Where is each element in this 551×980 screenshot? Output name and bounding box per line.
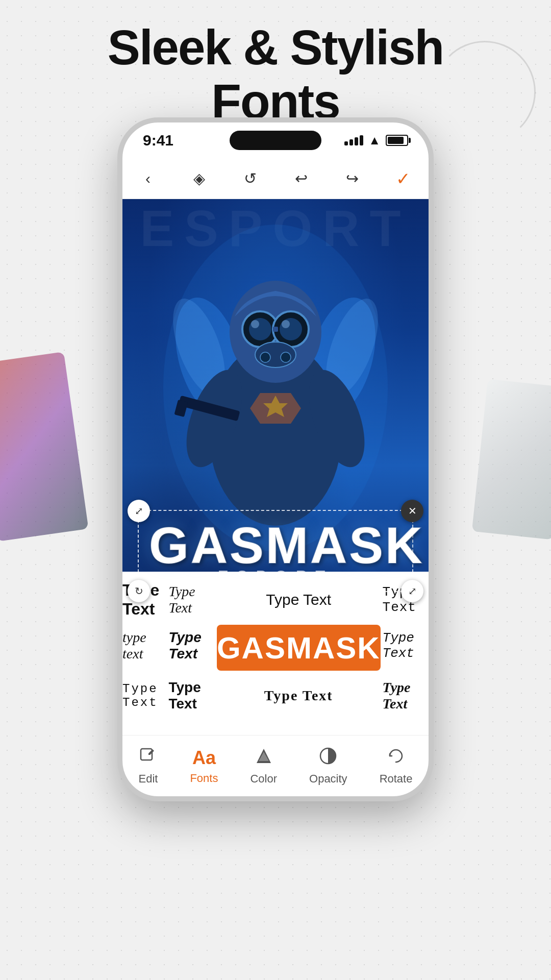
- undo-button[interactable]: ↩: [287, 164, 315, 193]
- phone-inner: 9:41 ▲ ‹ ◈ ↺ ↩ ↪ ✓: [122, 122, 429, 796]
- resize-handle[interactable]: ⤢: [401, 580, 423, 602]
- fonts-grid: Type Text Type Text Type Text Type Text …: [122, 572, 429, 724]
- signal-icon: [344, 135, 363, 145]
- color-icon: [255, 747, 273, 769]
- wifi-icon: ▲: [368, 133, 381, 148]
- svg-point-17: [282, 320, 290, 328]
- layers-button[interactable]: ◈: [185, 164, 213, 193]
- dynamic-island: [230, 131, 321, 150]
- font-item-10[interactable]: Type Text: [168, 673, 214, 719]
- bottom-nav: Edit Aa Fonts Color: [122, 735, 429, 796]
- toolbar: ‹ ◈ ↺ ↩ ↪ ✓: [122, 158, 429, 199]
- svg-rect-18: [273, 327, 278, 332]
- nav-edit[interactable]: Edit: [139, 747, 158, 786]
- svg-point-21: [281, 352, 291, 362]
- fonts-icon: Aa: [192, 747, 216, 769]
- fonts-panel: Type Text Type Text Type Text Type Text …: [122, 572, 429, 735]
- font-item-7[interactable]: GASMASK: [217, 625, 381, 671]
- nav-edit-label: Edit: [139, 772, 158, 786]
- back-button[interactable]: ‹: [134, 164, 162, 193]
- canvas-text-element[interactable]: ⤢ ✕ ↻ ⤢ GASMASK ESPORT: [138, 510, 413, 592]
- nav-rotate-label: Rotate: [380, 772, 413, 786]
- svg-point-20: [260, 352, 270, 362]
- font-item-5[interactable]: type text: [122, 623, 168, 669]
- rotate-icon: [387, 747, 405, 769]
- canvas-area: GASMASK ESPORT: [122, 199, 429, 643]
- page-title: Sleek & Stylish Fonts: [0, 20, 551, 128]
- edit-icon: [139, 747, 157, 769]
- font-item-9[interactable]: Type Text: [122, 673, 168, 719]
- nav-opacity-label: Opacity: [309, 772, 347, 786]
- nav-rotate[interactable]: Rotate: [380, 747, 413, 786]
- svg-point-16: [251, 320, 259, 328]
- confirm-button[interactable]: ✓: [389, 164, 417, 193]
- selection-box: ⤢ ✕ ↻ ⤢ GASMASK ESPORT: [138, 510, 413, 592]
- close-handle[interactable]: ✕: [401, 500, 423, 522]
- nav-fonts-label: Fonts: [190, 772, 218, 785]
- canvas-main-text: GASMASK: [149, 516, 402, 575]
- redo-button[interactable]: ↪: [338, 164, 366, 193]
- status-time: 9:41: [143, 132, 173, 149]
- nav-color[interactable]: Color: [250, 747, 277, 786]
- font-item-11[interactable]: Type Text: [215, 673, 383, 719]
- opacity-icon: [319, 747, 337, 769]
- nav-color-label: Color: [250, 772, 277, 786]
- font-item-8[interactable]: Type Text: [383, 623, 429, 669]
- font-item-12[interactable]: Type Text: [383, 673, 429, 719]
- heading-area: Sleek & Stylish Fonts: [0, 20, 551, 128]
- nav-fonts[interactable]: Aa Fonts: [190, 747, 218, 785]
- font-item-6[interactable]: Type Text: [168, 623, 214, 669]
- refresh-button[interactable]: ↺: [236, 164, 264, 193]
- battery-icon: [386, 135, 408, 146]
- scale-handle[interactable]: ⤢: [128, 500, 150, 522]
- nav-opacity[interactable]: Opacity: [309, 747, 347, 786]
- status-icons: ▲: [344, 133, 408, 148]
- rotate-handle[interactable]: ↻: [128, 580, 150, 602]
- phone-frame: 9:41 ▲ ‹ ◈ ↺ ↩ ↪ ✓: [117, 117, 434, 801]
